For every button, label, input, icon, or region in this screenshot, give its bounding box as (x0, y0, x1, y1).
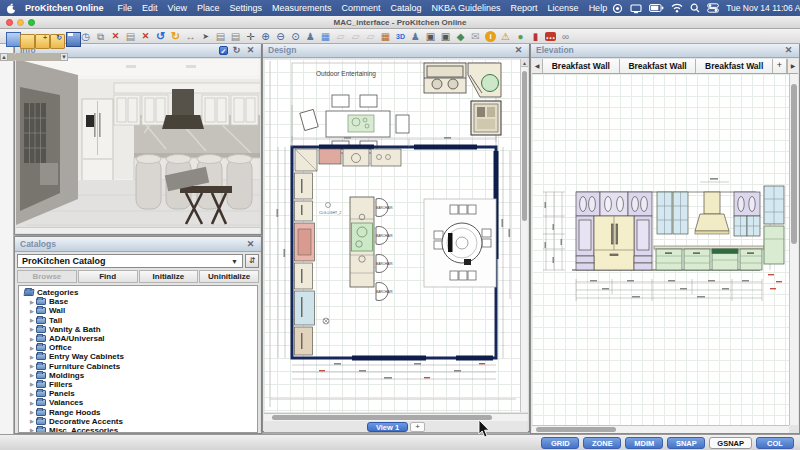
refresh-icon[interactable]: ↻ (231, 45, 242, 56)
menu-item[interactable]: View (163, 3, 192, 13)
print-icon[interactable] (214, 30, 227, 43)
mail-icon[interactable] (469, 30, 482, 43)
status-toggle-button[interactable]: GSNAP (709, 437, 752, 449)
tree-item[interactable]: ▶ Misc. Accessories (22, 426, 257, 433)
menu-item[interactable]: Catalog (386, 3, 427, 13)
grid-icon[interactable] (379, 30, 392, 43)
info-icon[interactable] (484, 30, 497, 43)
close-icon[interactable]: ✕ (245, 45, 256, 56)
scrollbar-thumb[interactable] (522, 71, 527, 221)
add-elevation-tab-button[interactable]: + (773, 59, 787, 73)
scrollbar-thumb[interactable] (536, 427, 616, 432)
tree-item[interactable]: ▶ ADA/Universal (22, 334, 257, 343)
elevation-horizontal-scrollbar[interactable] (532, 425, 789, 433)
view-3d-icon[interactable] (394, 30, 407, 43)
catalog-tab[interactable]: Uninitialize (199, 270, 259, 283)
link-icon[interactable] (559, 30, 572, 43)
wifi-icon[interactable] (671, 3, 683, 13)
catalog-tab[interactable]: Browse (17, 270, 77, 283)
warning-icon[interactable] (499, 30, 512, 43)
new-icon[interactable] (4, 30, 17, 43)
menu-item[interactable]: Place (192, 3, 225, 13)
menu-item[interactable]: Settings (224, 3, 267, 13)
menu-item[interactable]: File (113, 3, 138, 13)
scrollbar-thumb[interactable] (272, 415, 492, 420)
zoom-out-icon[interactable] (274, 30, 287, 43)
undo-icon[interactable] (154, 30, 167, 43)
tree-item[interactable]: ▶ Base (22, 297, 257, 306)
menu-item[interactable]: NKBA Guidelines (427, 3, 506, 13)
info-scrollbar[interactable] (16, 227, 260, 233)
view-1-tab[interactable]: View 1 (367, 422, 408, 432)
status-toggle-button[interactable]: ZONE (583, 437, 621, 449)
tree-item[interactable]: ▶ Furniture Cabinets (22, 362, 257, 371)
zoom-fit-icon[interactable] (289, 30, 302, 43)
camera-icon[interactable] (424, 30, 437, 43)
menu-item[interactable]: Help (584, 3, 613, 13)
save-icon[interactable] (64, 30, 77, 43)
align-off-icon[interactable] (364, 30, 377, 43)
status-toggle-button[interactable]: MDIM (625, 437, 663, 449)
tree-item[interactable]: ▶ Wall (22, 306, 257, 315)
apple-menu-icon[interactable] (6, 3, 17, 14)
tree-item[interactable]: ▶ Range Hoods (22, 407, 257, 416)
scroll-down-icon[interactable] (60, 53, 68, 61)
close-icon[interactable]: ✕ (245, 239, 256, 250)
elevation-tab[interactable]: Breakfast Wall (543, 59, 620, 73)
elevation-tab[interactable]: Breakfast Wall (696, 59, 773, 73)
catalog-tab[interactable]: Initialize (139, 270, 199, 283)
status-toggle-button[interactable]: COL (756, 437, 794, 449)
open-icon[interactable] (19, 30, 32, 43)
menu-item[interactable]: Report (506, 3, 543, 13)
tree-item[interactable]: ▶ Tall (22, 316, 257, 325)
tree-item[interactable]: ▶ Valances (22, 398, 257, 407)
tab-scroll-left-icon[interactable]: ◀ (532, 59, 543, 73)
catalog-select[interactable]: ProKitchen Catalog ▼ (17, 254, 243, 268)
menu-app-name[interactable]: ProKitchen Online (25, 3, 104, 13)
folder-add-icon[interactable] (34, 30, 47, 43)
screen-record-icon[interactable] (612, 3, 623, 14)
snapshot-icon[interactable] (439, 30, 452, 43)
menu-item[interactable]: Measurements (267, 3, 337, 13)
eco-icon[interactable] (514, 30, 527, 43)
menubar-clock[interactable]: Tue Nov 14 11:06 AM (726, 3, 800, 13)
tree-item[interactable]: ▶ Office (22, 343, 257, 352)
catalog-tab[interactable]: Find (78, 270, 138, 283)
display-icon[interactable] (630, 3, 642, 14)
tab-scroll-right-icon[interactable]: ▶ (787, 59, 798, 73)
folder-sync-icon[interactable] (49, 30, 62, 43)
tree-item[interactable]: ▶ Entry Way Cabinets (22, 352, 257, 361)
tree-item[interactable]: ▶ Decorative Accents (22, 417, 257, 426)
close-icon[interactable]: ✕ (783, 45, 794, 56)
walkthrough-icon[interactable] (409, 30, 422, 43)
measure-icon[interactable] (184, 30, 197, 43)
status-toggle-button[interactable]: GRID (541, 437, 579, 449)
close-icon[interactable]: ✕ (513, 45, 524, 56)
tree-root-categories[interactable]: Categories (22, 288, 257, 297)
design-canvas[interactable]: Outdoor Entertaining (264, 59, 522, 412)
delete-icon[interactable] (109, 30, 122, 43)
tree-item[interactable]: ▶ Fillers (22, 380, 257, 389)
elevation-canvas[interactable] (532, 74, 790, 425)
tree-item[interactable]: ▶ Vanity & Bath (22, 325, 257, 334)
person-icon[interactable] (304, 30, 317, 43)
redo-icon[interactable] (169, 30, 182, 43)
scroll-up-icon[interactable] (0, 53, 8, 61)
elevation-tab[interactable]: Breakfast Wall (620, 59, 697, 73)
shield-icon[interactable] (454, 30, 467, 43)
status-toggle-button[interactable]: SNAP (667, 437, 705, 449)
scrollbar-thumb[interactable] (791, 84, 797, 244)
elevation-vertical-scrollbar[interactable] (789, 74, 798, 425)
elevation-window-titlebar[interactable]: Elevation ✕ (531, 43, 799, 58)
history-icon[interactable] (79, 30, 92, 43)
layers-icon[interactable] (319, 30, 332, 43)
battery-icon[interactable] (649, 3, 664, 13)
add-view-button[interactable]: + (410, 422, 425, 432)
tree-item[interactable]: ▶ Moldings (22, 371, 257, 380)
info-3d-preview[interactable] (16, 59, 260, 227)
control-center-icon[interactable] (707, 3, 719, 13)
pointer-icon[interactable] (199, 30, 212, 43)
align-left-icon[interactable] (334, 30, 347, 43)
catalogs-window-titlebar[interactable]: Catalogs ✕ (15, 237, 261, 252)
copy-icon[interactable] (94, 30, 107, 43)
